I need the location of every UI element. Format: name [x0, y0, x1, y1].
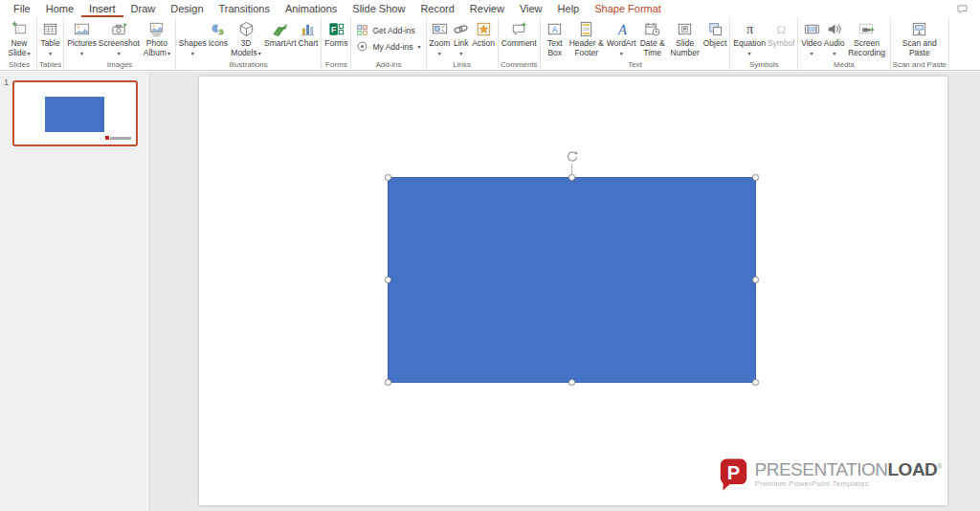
icons-icon [209, 19, 227, 38]
comment-icon [510, 19, 528, 38]
group-label-illustrations: Illustrations [229, 59, 267, 70]
logo-brand-text: PRESENTATIONLOAD® [755, 457, 942, 479]
svg-text:P: P [726, 462, 739, 483]
equation-button[interactable]: π Equation▾ [732, 17, 767, 58]
ribbon-group-add-ins: Get Add-ins My Add-ins ▾ Add-ins [351, 17, 426, 70]
tab-insert[interactable]: Insert [81, 1, 123, 17]
ribbon-group-slides: New Slide▾ Slides [2, 17, 37, 70]
scan-and-paste-button[interactable]: Scan and Paste [899, 17, 941, 57]
slide-thumbnail-panel[interactable]: 1 [0, 72, 150, 511]
thumbnail-shape [45, 97, 104, 132]
comments-bubble-icon[interactable] [956, 3, 969, 15]
pictures-button[interactable]: Pictures▾ [66, 17, 98, 58]
action-icon [475, 19, 493, 38]
comment-button[interactable]: Comment [501, 17, 538, 49]
resize-handle-sw[interactable] [385, 379, 391, 386]
tab-home[interactable]: Home [38, 1, 81, 17]
chart-button[interactable]: Chart [298, 17, 320, 49]
wordart-icon: A [612, 19, 631, 38]
screenshot-icon [110, 19, 128, 38]
audio-button[interactable]: Audio▾ [823, 17, 846, 58]
action-button[interactable]: Action [471, 17, 496, 49]
my-add-ins-button[interactable]: My Add-ins ▾ [353, 38, 423, 55]
resize-handle-e[interactable] [752, 277, 759, 283]
resize-handle-n[interactable] [568, 174, 575, 181]
text-box-button[interactable]: A Text Box [543, 17, 568, 57]
shapes-button[interactable]: Shapes▾ [178, 17, 208, 58]
slide-canvas[interactable]: P PRESENTATIONLOAD® Premium PowerPoint T… [199, 77, 947, 505]
my-add-ins-icon [356, 40, 368, 53]
menu-bar: File Home Insert Draw Design Transitions… [0, 0, 980, 17]
video-icon [803, 19, 821, 38]
zoom-icon [431, 19, 449, 38]
slide-number-button[interactable]: # Slide Number [668, 17, 702, 57]
screen-recording-button[interactable]: Screen Recording [846, 17, 888, 57]
tab-transitions[interactable]: Transitions [212, 1, 278, 17]
group-label-forms: Forms [325, 59, 347, 70]
tab-file[interactable]: File [6, 1, 38, 17]
tab-slide-show[interactable]: Slide Show [345, 1, 412, 17]
new-slide-button[interactable]: New Slide▾ [4, 17, 34, 58]
smartart-button[interactable]: SmartArt [263, 17, 298, 49]
tab-design[interactable]: Design [163, 1, 211, 17]
rotation-handle-icon[interactable] [566, 150, 579, 164]
resize-handle-nw[interactable] [385, 174, 391, 181]
photo-album-icon [147, 19, 166, 38]
header-footer-icon [577, 19, 595, 38]
selected-rectangle-shape[interactable] [388, 177, 756, 383]
group-label-add-ins: Add-ins [375, 59, 401, 70]
screen-recording-icon [858, 19, 876, 38]
wordart-button[interactable]: A WordArt▾ [606, 17, 637, 58]
link-button[interactable]: Link▾ [451, 17, 471, 58]
presentationload-logo: P PRESENTATIONLOAD® Premium PowerPoint T… [719, 457, 942, 492]
resize-handle-ne[interactable] [752, 174, 759, 181]
tab-shape-format[interactable]: Shape Format [587, 1, 669, 17]
table-button[interactable]: Table▾ [39, 17, 60, 58]
powerpoint-window: File Home Insert Draw Design Transitions… [0, 0, 980, 511]
svg-text:#: # [683, 26, 686, 32]
group-label-scan-and-paste: Scan and Paste [893, 59, 947, 70]
slide-thumbnail[interactable] [12, 80, 138, 146]
svg-text:A: A [552, 24, 558, 33]
group-label-media: Media [834, 59, 855, 70]
ribbon-group-links: Zoom▾ Link▾ Action Links [427, 17, 499, 70]
svg-text:π: π [746, 21, 752, 36]
resize-handle-w[interactable] [385, 277, 391, 283]
chart-icon [299, 19, 317, 38]
tab-help[interactable]: Help [550, 1, 588, 17]
svg-text:F: F [331, 24, 336, 33]
tab-record[interactable]: Record [412, 1, 461, 17]
photo-album-button[interactable]: Photo Album▾ [141, 17, 173, 58]
new-slide-icon [11, 19, 29, 38]
tab-view[interactable]: View [512, 1, 550, 17]
text-box-icon: A [546, 19, 564, 38]
svg-text:A: A [617, 20, 628, 36]
3d-models-button[interactable]: 3D Models▾ [229, 17, 263, 58]
object-button[interactable]: Object [702, 17, 728, 49]
group-label-comments: Comments [501, 59, 538, 70]
date-time-button[interactable]: Date & Time [637, 17, 668, 57]
screenshot-button[interactable]: Screenshot▾ [98, 17, 141, 58]
zoom-button[interactable]: Zoom▾ [429, 17, 452, 58]
forms-button[interactable]: F Forms [323, 17, 348, 49]
table-icon [41, 19, 59, 38]
ribbon: New Slide▾ Slides Table▾ Tables Pictures… [0, 17, 980, 71]
tab-review[interactable]: Review [462, 1, 512, 17]
icons-button[interactable]: Icons [208, 17, 229, 49]
video-button[interactable]: Video▾ [800, 17, 823, 58]
resize-handle-s[interactable] [568, 379, 575, 386]
group-label-symbols: Symbols [749, 59, 779, 70]
3d-models-icon [237, 19, 256, 38]
audio-icon [825, 19, 843, 38]
tab-draw[interactable]: Draw [123, 1, 164, 17]
slide-number-icon: # [676, 19, 694, 38]
symbol-button[interactable]: Ω Symbol [767, 17, 795, 49]
ribbon-group-images: Pictures▾ Screenshot▾ Photo Album▾ Image… [64, 17, 176, 70]
svg-text:Ω: Ω [776, 22, 786, 36]
get-add-ins-button[interactable]: Get Add-ins [353, 22, 417, 38]
resize-handle-se[interactable] [752, 379, 759, 386]
thumbnail-logo [105, 136, 131, 140]
header-footer-button[interactable]: Header & Footer [568, 17, 606, 57]
group-label-text: Text [628, 59, 642, 70]
tab-animations[interactable]: Animations [278, 1, 345, 17]
